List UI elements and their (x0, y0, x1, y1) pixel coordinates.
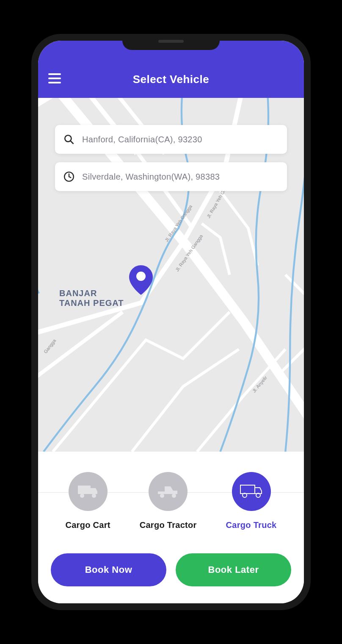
map-place-label-line2: TANAH PEGAT (59, 298, 124, 308)
vehicle-option-cargo-tractor[interactable]: Cargo Tractor (140, 472, 197, 530)
vehicle-option-cargo-cart[interactable]: Cargo Cart (65, 472, 110, 530)
pickup-icon (156, 483, 180, 500)
phone-notch (122, 34, 220, 50)
svg-point-0 (136, 272, 146, 281)
svg-point-8 (92, 494, 96, 498)
vehicle-label: Cargo Tractor (140, 520, 197, 530)
vehicle-selector: Cargo Cart Cargo Tractor (51, 472, 291, 530)
action-buttons: Book Now Book Later (51, 553, 291, 586)
svg-rect-6 (78, 486, 91, 494)
truck-icon (76, 483, 100, 500)
page-title: Select Vehicle (50, 73, 292, 86)
cargo-truck-icon (239, 483, 264, 500)
book-later-button[interactable]: Book Later (176, 553, 291, 586)
svg-line-2 (70, 141, 73, 144)
bottom-panel: Cargo Cart Cargo Tractor (38, 452, 304, 603)
svg-point-10 (172, 494, 176, 498)
vehicle-icon-circle (232, 472, 271, 511)
clock-icon (63, 171, 74, 182)
app-screen: Select Vehicle (38, 41, 304, 603)
svg-rect-11 (240, 485, 255, 494)
svg-line-5 (69, 177, 71, 178)
menu-button[interactable] (48, 73, 63, 85)
vehicle-icon-circle (149, 472, 188, 511)
vehicle-option-cargo-truck[interactable]: Cargo Truck (226, 472, 277, 530)
hamburger-icon (48, 73, 61, 75)
phone-frame: Select Vehicle (31, 34, 311, 610)
phone-screen-container: Select Vehicle (38, 41, 304, 603)
search-icon (63, 134, 74, 145)
origin-input[interactable]: Hanford, California(CA), 93230 (55, 125, 287, 154)
destination-input[interactable]: Silverdale, Washington(WA), 98383 (55, 162, 287, 191)
vehicle-icon-circle (69, 472, 108, 511)
destination-text: Silverdale, Washington(WA), 98383 (82, 172, 220, 182)
location-pin-icon[interactable] (129, 265, 153, 295)
vehicle-label: Cargo Truck (226, 520, 277, 530)
map-view[interactable]: BANJAR TANAH PEGAT Jl. Raya Yeh Gangga J… (38, 98, 304, 452)
svg-point-7 (80, 494, 84, 498)
book-now-button[interactable]: Book Now (51, 553, 166, 586)
svg-point-9 (160, 494, 164, 498)
map-place-label-line1: BANJAR (59, 289, 97, 298)
vehicle-label: Cargo Cart (65, 520, 110, 530)
origin-text: Hanford, California(CA), 93230 (82, 135, 202, 144)
map-place-label: BANJAR TANAH PEGAT (59, 289, 124, 308)
